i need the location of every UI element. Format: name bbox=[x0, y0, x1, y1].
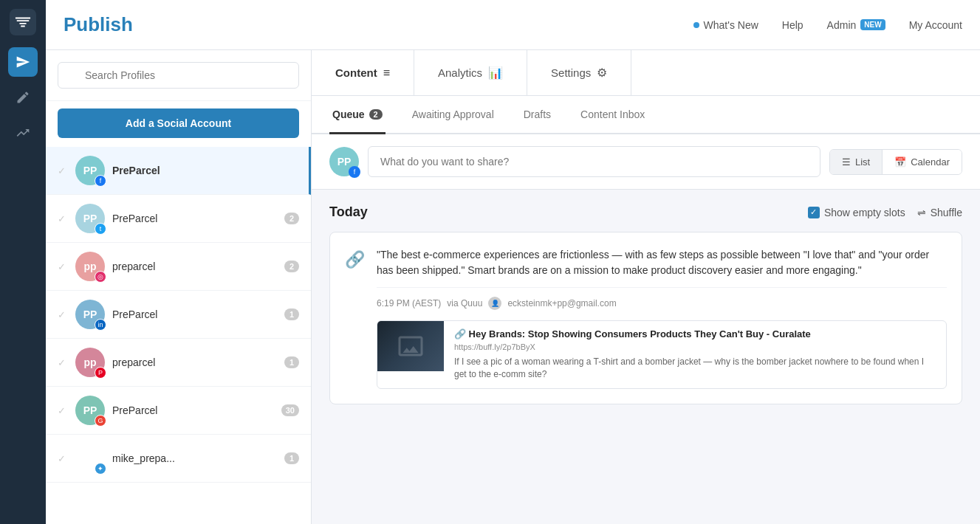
profile-item[interactable]: ✓ M ✦ mike_prepa... 1 bbox=[46, 435, 311, 483]
profile-avatar-wrap: pp P bbox=[75, 348, 105, 377]
user-badge: ✦ bbox=[95, 463, 106, 475]
profile-count-badge: 2 bbox=[284, 261, 299, 272]
profile-item[interactable]: ✓ PP f PreParcel bbox=[46, 147, 311, 195]
post-preview-desc: If I see a pic of a woman wearing a T-sh… bbox=[454, 356, 936, 381]
my-account-label: My Account bbox=[909, 19, 962, 31]
profile-count-badge: 1 bbox=[284, 452, 299, 464]
profile-check-icon: ✓ bbox=[58, 453, 69, 464]
profile-avatar-wrap: M ✦ bbox=[75, 444, 105, 473]
profile-avatar-wrap: PP G bbox=[75, 396, 105, 425]
show-empty-slots-checkbox[interactable]: ✓ bbox=[808, 207, 820, 218]
awaiting-label: Awaiting Approval bbox=[412, 108, 494, 120]
sub-tab-queue[interactable]: Queue 2 bbox=[329, 96, 386, 134]
post-preview-title: 🔗 Hey Brands: Stop Showing Consumers Pro… bbox=[454, 328, 936, 339]
whats-new-nav[interactable]: What's New bbox=[693, 19, 758, 31]
feed-day-controls: ✓ Show empty slots ⇌ Shuffle bbox=[808, 207, 962, 218]
post-preview-image bbox=[377, 321, 444, 371]
profile-count-badge: 1 bbox=[284, 308, 299, 320]
sub-tab-bar: Queue 2 Awaiting Approval Drafts Content… bbox=[312, 96, 980, 134]
publish-main: Content ≡ Analytics 📊 Settings ⚙ Queue 2 bbox=[312, 50, 980, 524]
tab-content[interactable]: Content ≡ bbox=[312, 50, 414, 95]
main-wrapper: Publish What's New Help Admin NEW My Acc… bbox=[46, 0, 980, 524]
profile-check-icon: ✓ bbox=[58, 213, 69, 224]
help-label: Help bbox=[782, 19, 803, 31]
compose-input[interactable] bbox=[368, 146, 820, 177]
content-tab-label: Content bbox=[335, 66, 377, 79]
calendar-icon: 📅 bbox=[894, 156, 906, 168]
profile-check-icon: ✓ bbox=[58, 357, 69, 368]
profile-avatar-wrap: PP t bbox=[75, 204, 105, 233]
profile-check-icon: ✓ bbox=[58, 165, 69, 176]
post-email: ecksteinmk+pp@gmail.com bbox=[507, 298, 616, 308]
search-input[interactable] bbox=[58, 62, 299, 89]
profile-item[interactable]: ✓ PP t PreParcel 2 bbox=[46, 195, 311, 243]
gear-icon: ⚙ bbox=[597, 66, 607, 80]
profile-name: mike_prepa... bbox=[112, 452, 284, 464]
profile-name: preparcel bbox=[112, 261, 284, 272]
profile-item[interactable]: ✓ pp ◎ preparcel 2 bbox=[46, 243, 311, 291]
sidebar-item-analytics[interactable] bbox=[8, 118, 38, 148]
help-nav[interactable]: Help bbox=[782, 19, 803, 31]
profile-name: preparcel bbox=[112, 356, 284, 368]
post-preview-img-placeholder bbox=[377, 321, 444, 371]
list-view-button[interactable]: ☰ List bbox=[830, 150, 882, 174]
tab-settings[interactable]: Settings ⚙ bbox=[527, 50, 631, 95]
feed-day-header: Today ✓ Show empty slots ⇌ Shuffle bbox=[329, 204, 962, 220]
sub-tab-content-inbox[interactable]: Content Inbox bbox=[578, 96, 648, 134]
sidebar-navigation bbox=[0, 0, 46, 524]
sidebar-item-edit[interactable] bbox=[8, 83, 38, 112]
content-area: 🔍 Add a Social Account ✓ PP f PreParcel bbox=[46, 50, 980, 524]
whats-new-dot bbox=[693, 22, 699, 28]
post-via: via Quuu bbox=[447, 298, 482, 308]
add-social-account-button[interactable]: Add a Social Account bbox=[58, 108, 299, 138]
post-preview: 🔗 Hey Brands: Stop Showing Consumers Pro… bbox=[377, 320, 947, 389]
admin-nav[interactable]: Admin NEW bbox=[827, 19, 885, 31]
search-wrap-container: 🔍 bbox=[46, 50, 311, 101]
calendar-view-button[interactable]: 📅 Calendar bbox=[883, 150, 962, 174]
profile-avatar-wrap: pp ◎ bbox=[75, 252, 105, 281]
post-meta: 6:19 PM (AEST) via Quuu 👤 ecksteinmk+pp@… bbox=[377, 287, 947, 310]
whats-new-label: What's New bbox=[704, 19, 758, 31]
search-input-wrap: 🔍 bbox=[58, 62, 299, 89]
my-account-nav[interactable]: My Account bbox=[909, 19, 962, 31]
show-empty-slots-toggle[interactable]: ✓ Show empty slots bbox=[808, 207, 905, 218]
profile-count-badge: 30 bbox=[281, 404, 299, 416]
facebook-badge: f bbox=[95, 175, 106, 187]
profile-name: PreParcel bbox=[112, 213, 284, 224]
profile-check-icon: ✓ bbox=[58, 261, 69, 272]
profile-avatar-wrap: PP f bbox=[75, 156, 105, 185]
feed-area: Today ✓ Show empty slots ⇌ Shuffle bbox=[312, 190, 980, 524]
twitter-badge: t bbox=[95, 223, 106, 235]
post-meta-avatar: 👤 bbox=[488, 297, 501, 310]
analytics-tab-label: Analytics bbox=[438, 66, 482, 79]
sub-tab-awaiting[interactable]: Awaiting Approval bbox=[409, 96, 497, 134]
tab-analytics[interactable]: Analytics 📊 bbox=[414, 50, 527, 95]
profile-name: PreParcel bbox=[112, 308, 284, 320]
content-icon: ≡ bbox=[383, 66, 390, 80]
shuffle-icon: ⇌ bbox=[917, 207, 926, 218]
shuffle-button[interactable]: ⇌ Shuffle bbox=[917, 207, 962, 218]
compose-avatar: PP f bbox=[329, 147, 359, 176]
sub-tab-drafts[interactable]: Drafts bbox=[521, 96, 554, 134]
admin-label: Admin bbox=[827, 19, 857, 31]
queue-label: Queue bbox=[332, 108, 365, 120]
profile-name: PreParcel bbox=[112, 165, 297, 176]
profile-item[interactable]: ✓ PP in PreParcel 1 bbox=[46, 291, 311, 339]
profile-avatar-wrap: PP in bbox=[75, 300, 105, 329]
list-label: List bbox=[855, 156, 870, 168]
post-link-icon: 🔗 bbox=[345, 250, 365, 269]
googleplus-badge: G bbox=[95, 415, 106, 427]
profile-count-badge: 2 bbox=[284, 213, 299, 224]
sidebar-item-send[interactable] bbox=[8, 47, 38, 77]
profile-list: ✓ PP f PreParcel ✓ PP t PreParcel 2 bbox=[46, 147, 311, 524]
app-logo bbox=[10, 9, 36, 35]
view-toggle: ☰ List 📅 Calendar bbox=[829, 149, 962, 175]
settings-tab-label: Settings bbox=[551, 66, 591, 79]
pinterest-badge: P bbox=[95, 367, 106, 379]
analytics-icon: 📊 bbox=[488, 66, 503, 80]
profiles-sidebar: 🔍 Add a Social Account ✓ PP f PreParcel bbox=[46, 50, 312, 524]
tab-bar: Content ≡ Analytics 📊 Settings ⚙ bbox=[312, 50, 980, 96]
instagram-badge: ◎ bbox=[95, 271, 106, 283]
profile-item[interactable]: ✓ pp P preparcel 1 bbox=[46, 339, 311, 387]
profile-item[interactable]: ✓ PP G PreParcel 30 bbox=[46, 387, 311, 435]
